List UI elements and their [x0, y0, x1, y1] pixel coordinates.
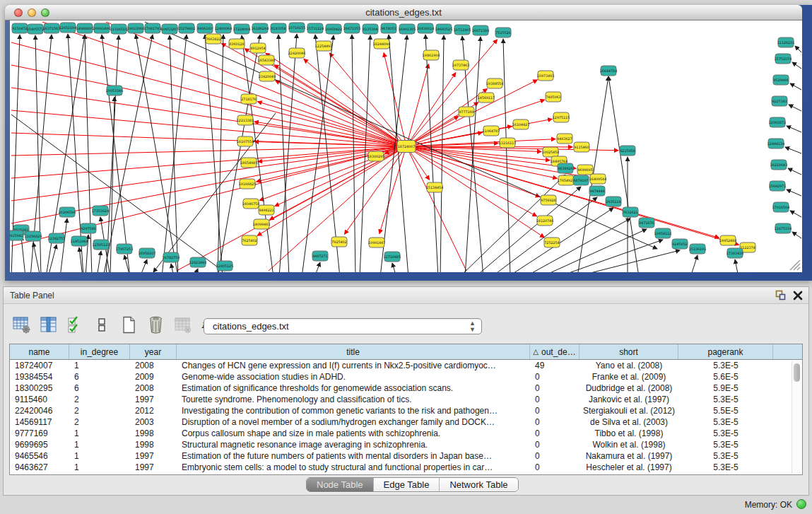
vertical-scrollbar[interactable] — [792, 361, 801, 474]
graph-node[interactable]: 20053346 — [106, 86, 123, 95]
graph-node[interactable]: 19013068 — [127, 23, 144, 33]
graph-node[interactable]: 9498221 — [259, 205, 274, 215]
graph-node[interactable]: 8360128 — [229, 39, 245, 49]
graph-node[interactable]: 11451944 — [71, 236, 88, 246]
graph-node[interactable]: 18654985 — [240, 158, 257, 168]
column-header-year[interactable]: year — [130, 344, 177, 359]
graph-node[interactable]: 19952488 — [719, 235, 736, 245]
graph-node[interactable]: 7515526 — [495, 28, 511, 37]
graph-node[interactable]: 10711905 — [454, 25, 471, 35]
graph-node[interactable]: 14099483 — [253, 219, 270, 229]
table-mode-icon[interactable] — [11, 314, 32, 335]
graph-node[interactable]: 7625402 — [242, 235, 257, 245]
graph-node[interactable]: 16104427 — [512, 119, 529, 129]
graph-node[interactable]: 17081743 — [144, 23, 161, 33]
column-header-out_de[interactable]: △out_de… — [530, 344, 579, 359]
table-row[interactable]: 946554611997Estimation of the future num… — [10, 450, 802, 462]
graph-node[interactable]: 7252254 — [544, 238, 560, 247]
graph-node[interactable]: 8215958 — [620, 146, 635, 156]
graph-node[interactable]: 9463627 — [557, 134, 572, 144]
table-row[interactable]: 1830029562008Estimation of significance … — [10, 382, 802, 394]
table-row[interactable]: 977716911998Corpus callosum shape and si… — [10, 428, 802, 439]
table-row[interactable]: 2242004622012Investigating the contribut… — [10, 405, 802, 416]
graph-node[interactable]: 10654112 — [654, 228, 671, 238]
graph-node[interactable]: 7925402 — [331, 237, 347, 247]
graph-node[interactable]: 12923448 — [189, 257, 206, 267]
graph-node[interactable]: 10973493 — [537, 71, 554, 81]
graph-node[interactable]: 16901305 — [399, 24, 416, 34]
table-selector-combobox[interactable]: citations_edges.txt ▲▼ — [204, 318, 482, 334]
graph-node[interactable]: 12213383 — [237, 115, 254, 125]
graph-node[interactable]: 16782759 — [163, 252, 180, 262]
graph-node[interactable]: 9150472 — [12, 23, 28, 33]
graph-node[interactable]: 15692971 — [769, 181, 786, 191]
graph-node[interactable]: 9245652 — [672, 239, 688, 249]
graph-node[interactable]: 12652104 — [59, 23, 76, 33]
graph-node[interactable]: 10719155 — [288, 23, 305, 33]
table-row[interactable]: 1456911722003Disruption of a novel membe… — [10, 416, 802, 428]
graph-node[interactable]: 6879197 — [573, 175, 589, 185]
graph-node[interactable]: 16671355 — [343, 23, 360, 33]
graph-node[interactable]: 15731224 — [307, 23, 324, 33]
graph-node[interactable]: 18107554 — [237, 136, 254, 146]
graph-node[interactable]: 8183054 — [271, 23, 286, 33]
graph-node[interactable]: 9777169 — [459, 107, 474, 117]
graph-node[interactable]: 7485063 — [546, 92, 561, 102]
graph-node[interactable]: 12342757 — [48, 233, 65, 243]
graph-node[interactable]: 16644784 — [600, 66, 617, 76]
graph-node[interactable]: 17654923 — [558, 175, 575, 185]
graph-node[interactable]: 10653297 — [161, 24, 178, 34]
graph-node[interactable]: 16671388 — [472, 25, 489, 35]
tab-edge-table[interactable]: Edge Table — [374, 478, 440, 491]
graph-node[interactable]: 12710485 — [384, 252, 401, 262]
delete-column-icon[interactable] — [145, 314, 166, 335]
graph-node[interactable]: 8912954 — [250, 43, 266, 53]
table-row[interactable]: 946362711997Embryonic stem cells: a mode… — [10, 462, 802, 473]
tab-node-table[interactable]: Node Table — [307, 478, 374, 491]
graph-node[interactable]: 18120746 — [536, 216, 553, 226]
graph-node[interactable]: 20206596 — [59, 207, 76, 217]
graph-node[interactable]: 15134454 — [426, 182, 443, 192]
graph-node[interactable]: 22420046 — [288, 48, 305, 58]
resize-grip[interactable] — [790, 260, 800, 270]
graph-node[interactable]: 15405572 — [27, 24, 44, 34]
graph-node[interactable]: 9529966 — [773, 75, 789, 85]
graph-node[interactable]: 9297588 — [81, 223, 96, 233]
graph-node[interactable]: 12975115 — [553, 112, 570, 122]
float-window-icon[interactable] — [775, 290, 786, 300]
graph-node[interactable]: 17016504 — [772, 202, 789, 212]
graph-node[interactable]: 18724007 — [397, 141, 416, 153]
graph-node[interactable]: 16186244 — [252, 23, 269, 33]
graph-node[interactable]: 16371563 — [43, 23, 60, 33]
table-row[interactable]: 969969511998Structural magnetic resonanc… — [10, 439, 802, 450]
table-row[interactable]: 911546021997Tourette syndrome. Phenomeno… — [10, 394, 802, 405]
graph-node[interactable]: 16210643 — [770, 160, 787, 170]
delete-table-disabled-icon[interactable] — [172, 314, 193, 335]
graph-node[interactable]: 19384554 — [486, 78, 503, 88]
graph-node[interactable]: 23420049 — [259, 71, 276, 81]
graph-node[interactable]: 2935114 — [606, 197, 621, 206]
graph-node[interactable]: 9674053 — [381, 23, 396, 33]
graph-node[interactable]: 8135304 — [363, 24, 378, 34]
graph-node[interactable]: 9487271 — [312, 251, 328, 261]
graph-node[interactable]: 15276602 — [178, 23, 195, 33]
graph-node[interactable]: 11316518 — [110, 24, 127, 34]
graph-node[interactable]: 16958422 — [325, 24, 342, 34]
graph-node[interactable]: 13156829 — [25, 231, 42, 241]
graph-node[interactable]: 12505125 — [93, 240, 110, 250]
graph-node[interactable]: 15751074 — [775, 54, 792, 64]
graph-node[interactable]: 18244094 — [373, 39, 390, 49]
graph-node[interactable]: 9915941 — [10, 230, 23, 240]
graph-node[interactable]: 19166825 — [239, 179, 256, 189]
graph-node[interactable]: 2718176 — [241, 94, 257, 104]
table-row[interactable]: 1938455462009Genome-wide association stu… — [10, 371, 802, 382]
column-header-pagerank[interactable]: pagerank — [678, 344, 773, 359]
graph-node[interactable]: 8466160 — [197, 23, 213, 33]
graph-node[interactable]: 11126231 — [777, 37, 794, 47]
graph-node[interactable]: 9115460 — [574, 142, 589, 152]
tab-network-table[interactable]: Network Table — [440, 478, 517, 491]
graph-node[interactable]: 11064787 — [483, 126, 500, 136]
graph-node[interactable]: 9756928 — [541, 195, 556, 205]
graph-node[interactable]: 18046758 — [242, 199, 259, 209]
memory-status-indicator[interactable] — [796, 499, 806, 509]
